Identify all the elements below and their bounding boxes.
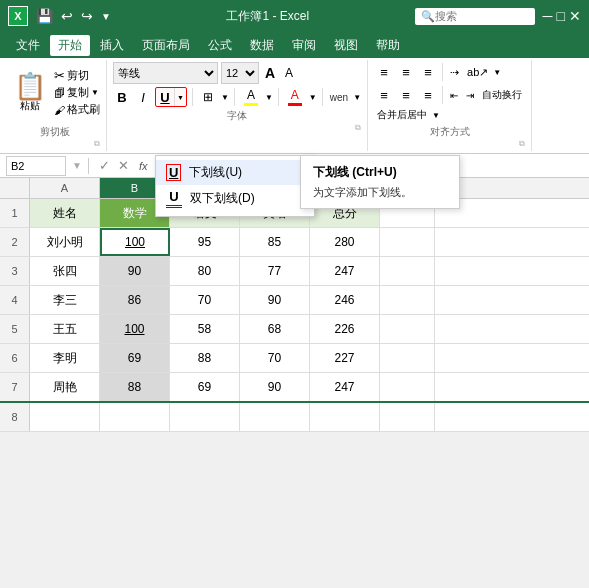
cell-c8[interactable] <box>170 403 240 431</box>
cell-b2[interactable]: 100 <box>100 228 170 256</box>
menu-data[interactable]: 数据 <box>242 35 282 56</box>
cell-e2[interactable]: 280 <box>310 228 380 256</box>
save-btn[interactable]: 💾 <box>34 6 55 26</box>
cell-f4[interactable] <box>380 286 435 314</box>
merge-dropdown[interactable]: ▼ <box>432 111 440 120</box>
undo-btn[interactable]: ↩ <box>59 6 75 26</box>
more-btn[interactable]: ▼ <box>99 9 113 24</box>
fill-color-dropdown[interactable]: ▼ <box>265 93 273 102</box>
font-dialog-launcher[interactable]: ⧉ <box>355 123 361 133</box>
cell-a4[interactable]: 李三 <box>30 286 100 314</box>
cell-f2[interactable] <box>380 228 435 256</box>
border-dropdown[interactable]: ▼ <box>221 93 229 102</box>
align-right-button[interactable]: ≡ <box>418 85 438 105</box>
cell-a1[interactable]: 姓名 <box>30 199 100 227</box>
cell-d4[interactable]: 90 <box>240 286 310 314</box>
menu-pagelayout[interactable]: 页面布局 <box>134 35 198 56</box>
cell-a5[interactable]: 王五 <box>30 315 100 343</box>
copy-dropdown-arrow[interactable]: ▼ <box>91 88 99 97</box>
font-name-selector[interactable]: 等线 <box>113 62 218 84</box>
increase-indent-button[interactable]: ⇥ <box>463 89 477 102</box>
cell-b3[interactable]: 90 <box>100 257 170 285</box>
align-middle-button[interactable]: ≡ <box>396 62 416 82</box>
wrap-text-button[interactable]: 自动换行 <box>479 87 525 103</box>
cell-f8[interactable] <box>380 403 435 431</box>
align-left-button[interactable]: ≡ <box>374 85 394 105</box>
menu-file[interactable]: 文件 <box>8 35 48 56</box>
underline-button-container[interactable]: U ▼ <box>155 87 187 107</box>
cell-c3[interactable]: 80 <box>170 257 240 285</box>
cell-e5[interactable]: 226 <box>310 315 380 343</box>
col-header-a[interactable]: A <box>30 178 100 198</box>
align-bottom-button[interactable]: ≡ <box>418 62 438 82</box>
underline-dropdown-button[interactable]: ▼ <box>174 88 186 106</box>
merge-cells-button[interactable]: 合并后居中 <box>374 107 430 123</box>
font-color-button[interactable]: A <box>284 88 306 106</box>
clipboard-dialog-launcher[interactable]: ⧉ <box>94 139 100 149</box>
decrease-font-button[interactable]: A <box>281 66 297 80</box>
copy-button[interactable]: 🗐 复制 ▼ <box>54 85 100 100</box>
close-btn[interactable]: ✕ <box>569 8 581 24</box>
double-underline-menu-item[interactable]: U 双下划线(D) <box>156 185 314 212</box>
cell-b6[interactable]: 69 <box>100 344 170 372</box>
menu-formula[interactable]: 公式 <box>200 35 240 56</box>
cell-c4[interactable]: 70 <box>170 286 240 314</box>
align-top-button[interactable]: ≡ <box>374 62 394 82</box>
cell-c7[interactable]: 69 <box>170 373 240 401</box>
font-size-selector[interactable]: 12 <box>221 62 259 84</box>
cell-c2[interactable]: 95 <box>170 228 240 256</box>
checkmark-icon[interactable]: ✓ <box>97 158 112 173</box>
increase-font-button[interactable]: A <box>262 65 278 81</box>
fx-button[interactable]: fx <box>135 160 152 172</box>
bold-button[interactable]: B <box>113 87 131 107</box>
font-color-dropdown[interactable]: ▼ <box>309 93 317 102</box>
cell-d5[interactable]: 68 <box>240 315 310 343</box>
fill-color-button[interactable]: A <box>240 88 262 106</box>
wen-dropdown[interactable]: ▼ <box>353 93 361 102</box>
cell-c6[interactable]: 88 <box>170 344 240 372</box>
wen-button[interactable]: wen <box>328 91 350 104</box>
cell-f3[interactable] <box>380 257 435 285</box>
cell-d6[interactable]: 70 <box>240 344 310 372</box>
cell-b8[interactable] <box>100 403 170 431</box>
underline-menu-item[interactable]: U 下划线(U) <box>156 160 314 185</box>
menu-help[interactable]: 帮助 <box>368 35 408 56</box>
cancel-formula-icon[interactable]: ✕ <box>116 158 131 173</box>
cell-b4[interactable]: 86 <box>100 286 170 314</box>
search-box[interactable]: 🔍 <box>415 8 535 25</box>
format-painter-button[interactable]: 🖌 格式刷 <box>54 102 100 117</box>
cell-d2[interactable]: 85 <box>240 228 310 256</box>
formula-bar-expand-icon[interactable]: ▼ <box>70 160 84 171</box>
cell-b7[interactable]: 88 <box>100 373 170 401</box>
menu-insert[interactable]: 插入 <box>92 35 132 56</box>
cell-e3[interactable]: 247 <box>310 257 380 285</box>
alignment-dialog-launcher[interactable]: ⧉ <box>519 139 525 149</box>
cell-a3[interactable]: 张四 <box>30 257 100 285</box>
cut-button[interactable]: ✂ 剪切 <box>54 68 100 83</box>
cell-f5[interactable] <box>380 315 435 343</box>
menu-review[interactable]: 审阅 <box>284 35 324 56</box>
cell-e4[interactable]: 246 <box>310 286 380 314</box>
paste-button[interactable]: 📋 粘贴 <box>10 71 50 115</box>
underline-button[interactable]: U <box>156 88 174 106</box>
cell-d8[interactable] <box>240 403 310 431</box>
cell-a8[interactable] <box>30 403 100 431</box>
text-direction-button[interactable]: ⇢ <box>447 64 462 81</box>
cell-f7[interactable] <box>380 373 435 401</box>
border-button[interactable]: ⊞ <box>198 87 218 107</box>
maximize-btn[interactable]: □ <box>557 8 565 24</box>
cell-e8[interactable] <box>310 403 380 431</box>
cell-a6[interactable]: 李明 <box>30 344 100 372</box>
cell-f6[interactable] <box>380 344 435 372</box>
cell-a2[interactable]: 刘小明 <box>30 228 100 256</box>
cell-e6[interactable]: 227 <box>310 344 380 372</box>
text-angle-button[interactable]: ab↗ <box>464 64 491 81</box>
text-angle-dropdown[interactable]: ▼ <box>493 68 501 77</box>
cell-c5[interactable]: 58 <box>170 315 240 343</box>
cell-d7[interactable]: 90 <box>240 373 310 401</box>
search-input[interactable] <box>435 10 525 22</box>
cell-a7[interactable]: 周艳 <box>30 373 100 401</box>
minimize-btn[interactable]: ─ <box>543 8 553 24</box>
redo-btn[interactable]: ↪ <box>79 6 95 26</box>
italic-button[interactable]: I <box>134 87 152 107</box>
